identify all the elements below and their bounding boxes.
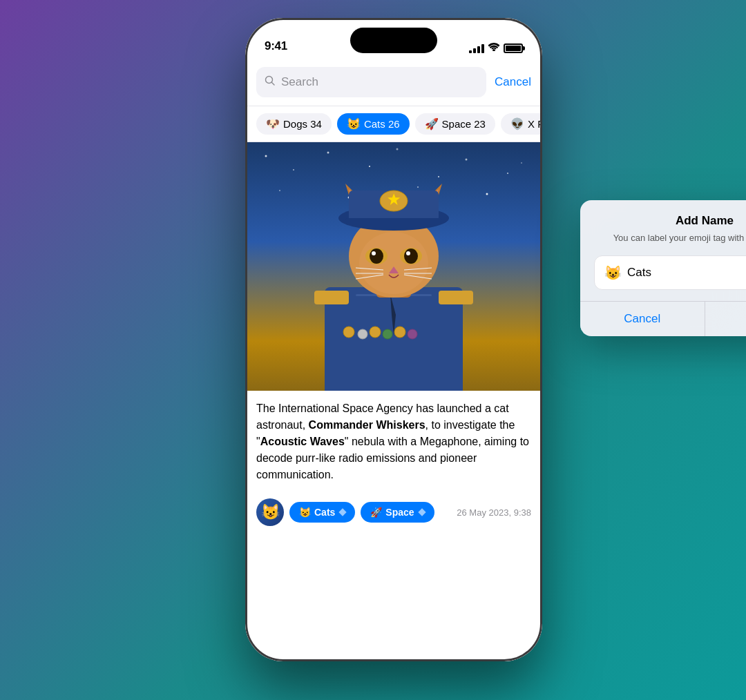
svg-point-29	[359, 232, 428, 294]
dialog-body: Add Name You can label your emoji tag wi…	[580, 200, 746, 301]
message-tag-space[interactable]: 🚀 Space	[361, 502, 434, 523]
svg-point-25	[394, 327, 405, 338]
tags-row: 🐶 Dogs 34 😺 Cats 26 🚀 Space 23 👽 X Files…	[245, 106, 542, 142]
svg-point-26	[408, 329, 417, 339]
tag-space[interactable]: 🚀 Space 23	[415, 113, 495, 135]
svg-point-3	[265, 155, 267, 157]
tag-dogs-label: Dogs 34	[283, 118, 322, 130]
svg-point-42	[404, 249, 418, 264]
dialog-title: Add Name	[594, 214, 746, 228]
svg-point-41	[370, 249, 383, 264]
message-image	[245, 142, 542, 391]
message-tag-cats-emoji: 😺	[299, 507, 311, 518]
tag-dogs-emoji: 🐶	[266, 117, 280, 130]
svg-point-15	[521, 162, 522, 164]
dialog-emoji: 😺	[604, 264, 622, 281]
svg-point-21	[343, 327, 354, 338]
svg-point-43	[372, 251, 376, 255]
dialog-done-button[interactable]: Done	[705, 302, 747, 336]
tag-cats-diamond	[339, 508, 347, 516]
svg-point-10	[507, 173, 508, 174]
tag-space-diamond	[418, 508, 425, 516]
status-time: 9:41	[265, 39, 287, 53]
svg-point-1	[493, 49, 495, 51]
dialog-input-row[interactable]: 😺 6	[594, 255, 746, 290]
status-icons	[469, 43, 523, 53]
search-icon	[265, 75, 276, 89]
tag-cats-emoji: 😺	[347, 117, 361, 130]
svg-point-11	[279, 190, 280, 191]
tag-cats[interactable]: 😺 Cats 26	[337, 113, 410, 135]
battery-icon	[504, 43, 523, 53]
tag-xfiles-label: X Files 18	[528, 118, 542, 130]
message-tags: 😺 Cats 🚀 Space	[289, 502, 451, 523]
tag-space-label: Space 23	[442, 118, 486, 130]
message-tag-cats[interactable]: 😺 Cats	[289, 502, 355, 523]
svg-point-23	[370, 327, 381, 338]
tag-xfiles-emoji: 👽	[510, 117, 524, 130]
message-tag-space-label: Space	[385, 507, 414, 518]
message-body: The International Space Agency has launc…	[256, 400, 531, 483]
add-name-dialog: Add Name You can label your emoji tag wi…	[580, 200, 746, 336]
message-date: 26 May 2023, 9:38	[457, 507, 531, 518]
tag-space-emoji: 🚀	[425, 117, 439, 130]
svg-rect-36	[345, 218, 442, 224]
bold-commander: Commander Whiskers	[309, 419, 425, 431]
avatar-emoji: 😺	[261, 503, 280, 521]
message-text-area: The International Space Agency has launc…	[245, 391, 542, 493]
search-area: Search Cancel	[245, 59, 542, 106]
avatar: 😺	[256, 498, 284, 526]
tag-dogs[interactable]: 🐶 Dogs 34	[256, 113, 332, 135]
dynamic-island	[350, 28, 437, 53]
dialog-name-input[interactable]	[627, 266, 746, 280]
svg-point-44	[406, 251, 410, 255]
phone-frame: 9:41	[245, 18, 542, 661]
search-cancel-button[interactable]: Cancel	[495, 75, 531, 89]
phone-content: Search Cancel 🐶 Dogs 34 😺 Cats 26 🚀 Spac…	[245, 59, 542, 661]
svg-point-24	[383, 329, 392, 339]
svg-rect-19	[439, 291, 473, 304]
svg-point-22	[358, 329, 367, 339]
dialog-actions: Cancel Done	[580, 301, 746, 336]
tag-cats-label: Cats 26	[364, 118, 400, 130]
svg-rect-18	[314, 291, 349, 304]
message-tag-cats-label: Cats	[314, 507, 335, 518]
wifi-icon	[488, 43, 499, 53]
bold-acoustic: Acoustic Waves	[260, 436, 345, 447]
tag-xfiles[interactable]: 👽 X Files 18	[501, 113, 542, 135]
dialog-subtitle: You can label your emoji tag with a text…	[594, 232, 746, 244]
signal-icon	[469, 43, 484, 53]
message-footer: 😺 😺 Cats 🚀 Space 26 May 2023, 9:38	[245, 493, 542, 534]
message-tag-space-emoji: 🚀	[370, 507, 382, 518]
search-placeholder: Search	[281, 75, 318, 89]
search-box[interactable]: Search	[256, 67, 486, 97]
cat-illustration	[294, 149, 494, 391]
dialog-cancel-button[interactable]: Cancel	[580, 302, 705, 336]
